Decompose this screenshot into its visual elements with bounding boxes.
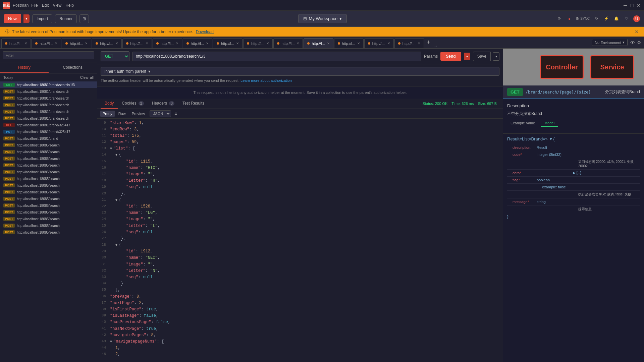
request-tab-10[interactable]: http://l...✕ (273, 38, 303, 48)
req-tab-headers[interactable]: Headers 3 (148, 99, 178, 109)
params-button[interactable]: Params (424, 54, 438, 59)
request-tab-1[interactable]: http://l...✕ (1, 38, 31, 48)
tab-close-icon[interactable]: ✕ (146, 42, 148, 45)
method-select[interactable]: GET POST PUT DELETE (101, 51, 129, 61)
history-item-9[interactable]: POST http://localhost:18085/search (0, 142, 97, 148)
request-tab-7[interactable]: http://l...✕ (183, 38, 212, 48)
history-item-1[interactable]: POST http://localhost:18081/brand/search (0, 88, 97, 95)
settings-icon[interactable]: ⚙ (637, 40, 641, 45)
service-card[interactable]: Service (590, 55, 634, 79)
send-dropdown-button[interactable]: ▾ (464, 53, 470, 60)
req-tab-tests[interactable]: Test Results (178, 99, 208, 109)
heart-icon[interactable]: ♡ (623, 15, 630, 22)
history-item-11[interactable]: POST http://localhost:18085/search (0, 155, 97, 162)
collapse-btn[interactable]: ▼ (110, 340, 112, 344)
tab-close-icon[interactable]: ✕ (418, 42, 420, 45)
tab-close-icon[interactable]: ✕ (176, 42, 178, 45)
format-tab-preview[interactable]: Preview (129, 111, 148, 117)
request-tab-12[interactable]: http://l...✕ (334, 38, 364, 48)
desc-tab-example[interactable]: Example Value (507, 120, 538, 127)
request-tab-14[interactable]: http://l...✕ (394, 38, 424, 48)
tab-close-icon[interactable]: ✕ (85, 42, 88, 45)
tab-close-icon[interactable]: ✕ (266, 42, 269, 45)
desc-tab-model[interactable]: Model (541, 120, 558, 127)
request-tab-3[interactable]: http://l...✕ (62, 38, 91, 48)
clear-all-button[interactable]: Clear all (80, 75, 94, 79)
tab-close-icon[interactable]: ✕ (357, 42, 360, 45)
tab-close-icon[interactable]: ✕ (115, 42, 118, 45)
format-select[interactable]: JSON XML HTML Text (150, 110, 171, 117)
send-button[interactable]: Send (440, 52, 461, 61)
history-item-22[interactable]: POST http://localhost:18085/search (0, 229, 97, 236)
tab-close-icon[interactable]: ✕ (24, 42, 27, 45)
runner-icon-button[interactable]: ⊞ (79, 14, 89, 23)
controller-card[interactable]: Controller (540, 55, 584, 79)
env-selector[interactable]: No Environment ▾ (592, 39, 628, 46)
workspace-button[interactable]: ⊞ My Workspace ▾ (298, 14, 347, 23)
req-tab-cookies[interactable]: Cookies 2 (118, 99, 148, 109)
tab-close-icon[interactable]: ✕ (55, 42, 57, 45)
collapse-btn[interactable]: ▼ (115, 153, 117, 157)
history-item-14[interactable]: POST http://localhost:18085/search (0, 175, 97, 182)
history-item-17[interactable]: POST http://localhost:18085/search (0, 195, 97, 202)
import-button[interactable]: Import (32, 14, 52, 23)
tab-close-icon[interactable]: ✕ (236, 42, 239, 45)
auth-dropdown[interactable]: Inherit auth from parent ▾ (101, 67, 499, 76)
history-item-16[interactable]: POST http://localhost:18085/search (0, 189, 97, 195)
avatar-icon[interactable]: U (633, 15, 640, 22)
notif-close-button[interactable]: ✕ (635, 29, 639, 35)
history-item-5[interactable]: POST http://localhost:18081/brand/search (0, 115, 97, 122)
menu-edit[interactable]: Edit (42, 3, 49, 8)
new-dropdown-arrow[interactable]: ▾ (23, 14, 30, 23)
history-item-8[interactable]: POST http://localhost:18081/brand (0, 135, 97, 142)
maximize-button[interactable]: □ (629, 3, 635, 8)
collapse-btn[interactable]: ▼ (110, 147, 112, 150)
notif-download-link[interactable]: Download (196, 29, 214, 34)
menu-file[interactable]: File (31, 3, 38, 8)
save-dropdown-button[interactable]: ▾ (493, 52, 499, 61)
eye-icon[interactable]: 👁 (630, 40, 635, 45)
history-item-19[interactable]: POST http://localhost:18085/search (0, 209, 97, 216)
add-tab-button[interactable]: + (425, 39, 432, 46)
request-tab-6[interactable]: http://l...✕ (153, 38, 182, 48)
history-item-15[interactable]: POST http://localhost:18085/search (0, 182, 97, 189)
tab-close-icon[interactable]: ✕ (206, 42, 209, 45)
history-item-21[interactable]: POST http://localhost:18085/search (0, 222, 97, 229)
tab-close-icon[interactable]: ✕ (327, 42, 330, 45)
history-item-13[interactable]: POST http://localhost:18085/search (0, 169, 97, 175)
sidebar-tab-collections[interactable]: Collections (49, 62, 97, 73)
history-icon[interactable]: ⟳ (556, 15, 562, 22)
history-item-7[interactable]: PUT http://localhost:18081/brand/325417 (0, 128, 97, 135)
history-item-2[interactable]: POST http://localhost:18081/brand/search (0, 95, 97, 102)
history-item-0[interactable]: GET http://localhost:18081/brand/search/… (0, 81, 97, 88)
history-item-6[interactable]: DEL http://localhost:18081/brand/325417 (0, 122, 97, 128)
history-item-12[interactable]: POST http://localhost:18085/search (0, 162, 97, 169)
history-item-10[interactable]: POST http://localhost:18085/search (0, 148, 97, 155)
new-button[interactable]: New (4, 14, 21, 23)
request-tab-9[interactable]: http://l...✕ (243, 38, 273, 48)
history-item-3[interactable]: POST http://localhost:18081/brand/search (0, 102, 97, 108)
collapse-btn[interactable]: ▼ (115, 243, 117, 247)
tab-close-icon[interactable]: ✕ (297, 42, 299, 45)
tab-close-icon[interactable]: ✕ (387, 42, 390, 45)
auth-learn-link[interactable]: Learn more about authorization (240, 78, 292, 82)
format-tab-pretty[interactable]: Pretty (100, 111, 115, 117)
runner-button[interactable]: Runner (55, 14, 77, 23)
request-tab-4[interactable]: http://l...✕ (92, 38, 121, 48)
request-tab-2[interactable]: http://l...✕ (32, 38, 61, 48)
request-tab-5[interactable]: http://l...✕ (122, 38, 152, 48)
request-tab-8[interactable]: http://l...✕ (213, 38, 243, 48)
history-item-20[interactable]: POST http://localhost:18085/search (0, 216, 97, 222)
minimize-button[interactable]: ─ (623, 3, 628, 8)
menu-help[interactable]: Help (65, 3, 74, 8)
close-button[interactable]: ✕ (636, 3, 641, 8)
menu-view[interactable]: View (53, 3, 61, 8)
wrap-button[interactable]: ≡ (174, 111, 177, 116)
refresh-icon[interactable]: ↻ (593, 15, 600, 22)
request-tab-13[interactable]: http://l...✕ (364, 38, 394, 48)
json-editor[interactable]: 9 "startRow": 1, 10 "endRow": 3, 11 "tot… (97, 119, 503, 362)
req-tab-body[interactable]: Body (101, 99, 118, 109)
format-tab-raw[interactable]: Raw (116, 111, 128, 117)
history-item-4[interactable]: POST http://localhost:18081/brand/search (0, 108, 97, 115)
more-tabs-button[interactable]: ··· (433, 44, 437, 48)
